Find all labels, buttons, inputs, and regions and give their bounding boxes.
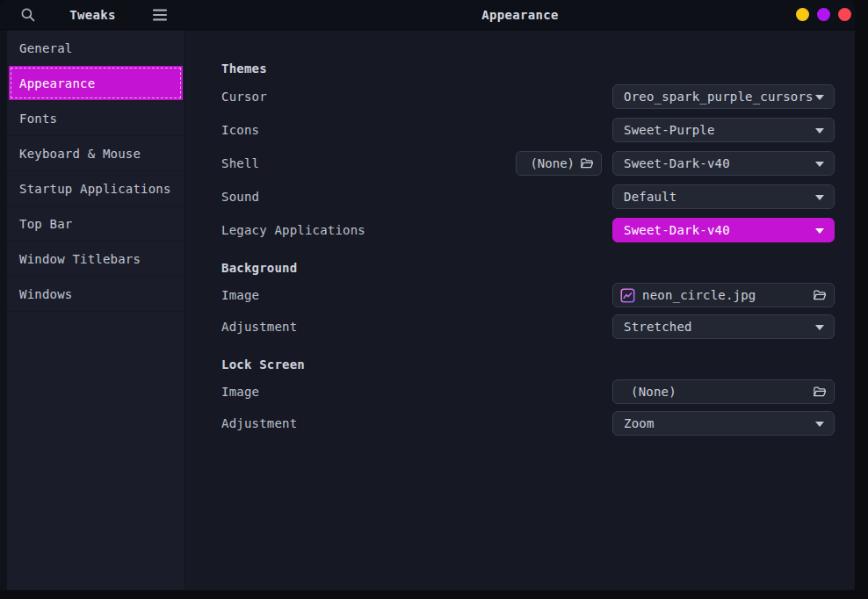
sidebar-item-label: Top Bar bbox=[19, 217, 72, 231]
background-image-label: Image bbox=[221, 288, 259, 302]
sound-label: Sound bbox=[221, 190, 259, 204]
chevron-down-icon bbox=[815, 195, 824, 200]
row-background-image: Image neon_circle.jpg bbox=[221, 283, 835, 307]
appearance-panel: Themes Cursor Oreo_spark_purple_cursors … bbox=[185, 31, 855, 590]
chevron-down-icon bbox=[815, 228, 824, 234]
hamburger-icon bbox=[152, 9, 168, 21]
shell-theme-file-button[interactable]: (None) bbox=[516, 151, 602, 176]
sidebar-item-label: Appearance bbox=[19, 76, 95, 90]
lock-screen-adjustment-label: Adjustment bbox=[221, 416, 297, 430]
row-background-adjustment: Adjustment Stretched bbox=[221, 314, 835, 339]
sidebar-item-label: Startup Applications bbox=[19, 182, 171, 196]
dropdown-value: Sweet-Purple bbox=[624, 123, 715, 137]
sound-theme-dropdown[interactable]: Default bbox=[612, 184, 835, 209]
sidebar-item-label: Fonts bbox=[19, 112, 57, 126]
menu-button[interactable] bbox=[152, 9, 168, 21]
cursor-theme-dropdown[interactable]: Oreo_spark_purple_cursors bbox=[612, 84, 835, 109]
titlebar: Tweaks Appearance bbox=[0, 0, 855, 30]
sidebar-item-label: General bbox=[19, 41, 72, 55]
row-shell-theme: Shell (None) Sweet-Dark-v40 bbox=[221, 151, 835, 176]
background-image-file-button[interactable]: neon_circle.jpg bbox=[612, 283, 835, 307]
lock-screen-image-label: Image bbox=[221, 385, 259, 399]
lock-screen-image-file-button[interactable]: (None) bbox=[612, 379, 835, 404]
sidebar-item-top-bar[interactable]: Top Bar bbox=[7, 206, 184, 242]
sidebar-item-general[interactable]: General bbox=[7, 31, 184, 66]
file-button-value: (None) bbox=[631, 385, 676, 399]
dropdown-value: Stretched bbox=[624, 320, 692, 334]
legacy-applications-label: Legacy Applications bbox=[221, 223, 365, 237]
row-icon-theme: Icons Sweet-Purple bbox=[221, 118, 835, 142]
icons-label: Icons bbox=[221, 123, 259, 137]
chevron-down-icon bbox=[815, 128, 824, 134]
window-controls bbox=[796, 8, 851, 21]
icon-theme-dropdown[interactable]: Sweet-Purple bbox=[612, 118, 835, 142]
window-left-edge bbox=[0, 31, 7, 590]
section-title-background: Background bbox=[221, 259, 297, 277]
dropdown-value: Oreo_spark_purple_cursors bbox=[624, 90, 814, 104]
chevron-down-icon bbox=[815, 95, 824, 100]
sidebar-item-keyboard-mouse[interactable]: Keyboard & Mouse bbox=[7, 136, 184, 171]
background-adjustment-dropdown[interactable]: Stretched bbox=[612, 314, 835, 339]
sidebar-item-windows[interactable]: Windows bbox=[7, 277, 184, 312]
background-adjustment-label: Adjustment bbox=[221, 320, 297, 334]
minimize-button[interactable] bbox=[796, 8, 809, 21]
sidebar-item-label: Window Titlebars bbox=[19, 252, 141, 266]
row-cursor-theme: Cursor Oreo_spark_purple_cursors bbox=[221, 84, 835, 109]
row-lock-screen-image: Image (None) bbox=[221, 379, 835, 404]
section-title-themes: Themes bbox=[221, 60, 267, 77]
lock-screen-adjustment-dropdown[interactable]: Zoom bbox=[612, 411, 835, 436]
row-sound-theme: Sound Default bbox=[221, 184, 835, 209]
sidebar-item-appearance[interactable]: Appearance bbox=[7, 66, 184, 101]
chevron-down-icon bbox=[815, 162, 824, 167]
file-button-value: (None) bbox=[530, 156, 575, 170]
dropdown-value: Sweet-Dark-v40 bbox=[624, 223, 730, 237]
maximize-button[interactable] bbox=[817, 8, 830, 21]
chevron-down-icon bbox=[815, 422, 824, 427]
sidebar-item-window-titlebars[interactable]: Window Titlebars bbox=[7, 242, 184, 277]
open-folder-icon bbox=[813, 288, 827, 302]
open-folder-icon bbox=[813, 385, 827, 399]
close-button[interactable] bbox=[838, 8, 851, 21]
sidebar-item-label: Windows bbox=[19, 287, 72, 301]
sidebar-item-fonts[interactable]: Fonts bbox=[7, 101, 184, 136]
dropdown-value: Default bbox=[624, 190, 676, 204]
image-icon bbox=[620, 288, 635, 303]
shell-theme-dropdown[interactable]: Sweet-Dark-v40 bbox=[612, 151, 835, 176]
sidebar: General Appearance Fonts Keyboard & Mous… bbox=[7, 31, 185, 590]
file-button-value: neon_circle.jpg bbox=[642, 288, 756, 302]
open-folder-icon bbox=[580, 156, 594, 170]
dropdown-value: Sweet-Dark-v40 bbox=[624, 156, 730, 170]
shell-label: Shell bbox=[221, 156, 259, 170]
row-lock-screen-adjustment: Adjustment Zoom bbox=[221, 411, 835, 436]
cursor-label: Cursor bbox=[221, 90, 267, 104]
sidebar-item-startup-applications[interactable]: Startup Applications bbox=[7, 171, 184, 206]
page-title: Appearance bbox=[185, 0, 855, 30]
row-legacy-applications-theme: Legacy Applications Sweet-Dark-v40 bbox=[221, 218, 835, 242]
section-title-lock-screen: Lock Screen bbox=[221, 356, 305, 373]
tweaks-window: Tweaks Appearance General Appearance bbox=[0, 0, 855, 590]
dropdown-value: Zoom bbox=[624, 416, 655, 430]
sidebar-item-label: Keyboard & Mouse bbox=[19, 147, 141, 161]
chevron-down-icon bbox=[815, 325, 824, 330]
legacy-applications-theme-dropdown[interactable]: Sweet-Dark-v40 bbox=[612, 218, 835, 242]
